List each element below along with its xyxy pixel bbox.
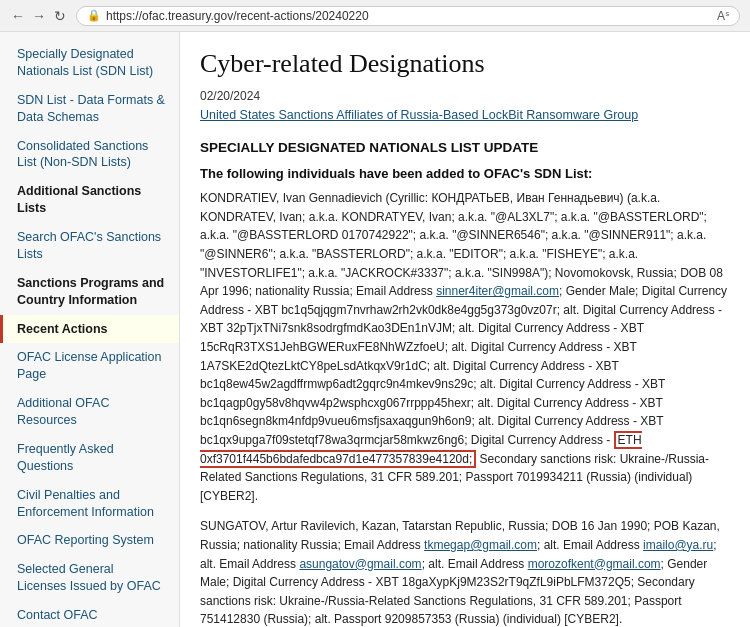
sidebar-item-additional-ofac[interactable]: Additional OFAC Resources	[0, 389, 179, 435]
page-title: Cyber-related Designations	[200, 48, 730, 79]
doc-link[interactable]: United States Sanctions Affiliates of Ru…	[200, 107, 730, 125]
reader-icon[interactable]: Aˢ	[717, 9, 729, 23]
address-bar[interactable]: 🔒 https://ofac.treasury.gov/recent-actio…	[76, 6, 740, 26]
paragraph-sungatov: SUNGATOV, Artur Ravilevich, Kazan, Tatar…	[200, 517, 730, 627]
sidebar-item-search-sanctions[interactable]: Search OFAC's Sanctions Lists	[0, 223, 179, 269]
sidebar-item-faq[interactable]: Frequently Asked Questions	[0, 435, 179, 481]
browser-bar: ← → ↻ 🔒 https://ofac.treasury.gov/recent…	[0, 0, 750, 32]
sidebar-item-reporting[interactable]: OFAC Reporting System	[0, 526, 179, 555]
url-text: https://ofac.treasury.gov/recent-actions…	[106, 9, 369, 23]
eth-highlight: ETH 0xf3701f445b6bdafedbca97d1e477357839…	[200, 431, 642, 468]
back-button[interactable]: ←	[10, 8, 26, 24]
sidebar-item-programs-country[interactable]: Sanctions Programs and Country Informati…	[0, 269, 179, 315]
sidebar: Specially Designated Nationals List (SDN…	[0, 32, 180, 627]
date-label: 02/20/2024	[200, 89, 730, 103]
email-sungatov-1[interactable]: tkmegap@gmail.com	[424, 538, 537, 552]
sidebar-item-license-page[interactable]: OFAC License Application Page	[0, 343, 179, 389]
paragraph-kondratiev: KONDRATIEV, Ivan Gennadievich (Cyrillic:…	[200, 189, 730, 505]
email-sungatov-2[interactable]: imailo@ya.ru	[643, 538, 713, 552]
email-sungatov-3[interactable]: asungatov@gmail.com	[299, 557, 421, 571]
reload-button[interactable]: ↻	[52, 8, 68, 24]
sidebar-item-recent-actions[interactable]: Recent Actions	[0, 315, 179, 344]
sidebar-item-sdn-data[interactable]: SDN List - Data Formats & Data Schemas	[0, 86, 179, 132]
browser-controls: ← → ↻	[10, 8, 68, 24]
sidebar-item-consolidated[interactable]: Consolidated Sanctions List (Non-SDN Lis…	[0, 132, 179, 178]
main-content: Cyber-related Designations 02/20/2024 Un…	[180, 32, 750, 627]
sidebar-item-additional-sanctions[interactable]: Additional Sanctions Lists	[0, 177, 179, 223]
lock-icon: 🔒	[87, 9, 101, 22]
sidebar-item-sdn-list[interactable]: Specially Designated Nationals List (SDN…	[0, 40, 179, 86]
email-kondratiev[interactable]: sinner4iter@gmail.com	[436, 284, 559, 298]
page-layout: Specially Designated Nationals List (SDN…	[0, 32, 750, 627]
sidebar-item-civil-penalties[interactable]: Civil Penalties and Enforcement Informat…	[0, 481, 179, 527]
sidebar-item-general-licenses[interactable]: Selected General Licenses Issued by OFAC	[0, 555, 179, 601]
sidebar-item-contact[interactable]: Contact OFAC	[0, 601, 179, 627]
sub-heading: The following individuals have been adde…	[200, 166, 730, 181]
section-heading: SPECIALLY DESIGNATED NATIONALS LIST UPDA…	[200, 139, 730, 157]
forward-button[interactable]: →	[31, 8, 47, 24]
email-sungatov-4[interactable]: morozofkent@gmail.com	[528, 557, 661, 571]
